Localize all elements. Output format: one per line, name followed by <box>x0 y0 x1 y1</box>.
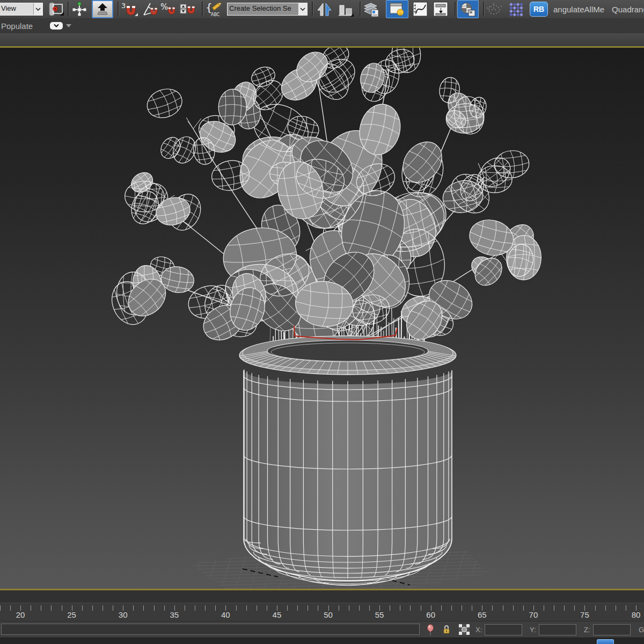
x-coordinate-field[interactable] <box>485 624 522 635</box>
isolate-balloon-icon <box>426 624 435 636</box>
schematic-view-button[interactable] <box>432 1 450 18</box>
y-coordinate-label: Y: <box>530 626 536 634</box>
rb-script-button[interactable]: RB <box>530 2 548 17</box>
timeline-number: 50 <box>324 610 333 619</box>
render-setup-teapot-icon <box>486 1 504 17</box>
wireframe-plant-render <box>0 48 644 589</box>
svg-text:%: % <box>160 2 168 12</box>
schematic-view-icon <box>432 1 450 18</box>
edit-named-selection-sets-button[interactable]: { ABC <box>204 1 223 18</box>
timeline-number: 80 <box>632 610 641 619</box>
ribbon-options-arrow[interactable] <box>66 24 71 27</box>
keyboard-override-toggle[interactable] <box>92 0 113 18</box>
timeline-number: 20 <box>16 610 25 619</box>
timeline-number: 65 <box>478 610 487 619</box>
timeline-number: 30 <box>119 610 128 619</box>
ribbon-collapsed-band <box>0 33 644 46</box>
coordinate-dropdown-value: View <box>0 3 33 15</box>
timeline-number: 60 <box>426 610 435 619</box>
timeline-number: 55 <box>375 610 384 619</box>
timeline-number: 40 <box>221 610 230 619</box>
use-pivot-center-button[interactable] <box>47 1 65 18</box>
render-setup-button[interactable] <box>486 1 504 18</box>
angle-snap-icon <box>141 1 159 17</box>
lock-icon <box>442 624 451 635</box>
x-coordinate-label: X: <box>475 626 482 634</box>
chevron-down-icon <box>53 24 60 28</box>
align-icon <box>338 1 355 17</box>
selection-lock-toggle[interactable] <box>442 624 451 635</box>
rendered-frame-diamond-grid-icon <box>508 1 525 17</box>
angle-snap-toggle-button[interactable] <box>141 1 159 18</box>
layer-manager-button[interactable] <box>362 1 380 18</box>
named-selection-sets-dropdown[interactable]: Create Selection Se <box>227 3 308 16</box>
grid-setting-label: G <box>639 626 644 634</box>
script-button-quadrangulate-all[interactable]: angulateAllMe <box>553 5 604 14</box>
percent-snap-toggle-button[interactable]: % <box>160 1 178 18</box>
timeline-ruler[interactable]: 20253035404550556065707580 <box>0 603 644 621</box>
svg-text:3: 3 <box>121 2 126 10</box>
named-sets-brace-pencil-icon: { ABC <box>204 1 223 18</box>
manipulate-crosshair-icon <box>71 1 88 18</box>
curve-editor-icon <box>412 1 430 18</box>
mirror-icon <box>316 1 333 17</box>
use-center-icon <box>48 1 65 17</box>
timeline-number: 70 <box>529 610 538 619</box>
chevron-down-icon <box>298 3 307 15</box>
selection-set-value: Create Selection Se <box>228 3 298 15</box>
material-editor-button[interactable] <box>457 0 479 18</box>
rendered-frame-window-button[interactable] <box>507 1 525 18</box>
ribbon-tab-row: Populate <box>0 18 644 34</box>
absolute-transform-icon <box>458 624 470 635</box>
viewport-nav-button-partial[interactable] <box>597 639 614 644</box>
snap-3d-magnet-icon: 3 <box>120 1 138 17</box>
rb-label: RB <box>533 5 544 13</box>
status-bar: X: Y: Z: G <box>0 621 644 638</box>
z-coordinate-label: Z: <box>584 626 590 634</box>
viewport-canvas[interactable] <box>0 48 644 589</box>
z-coordinate-field[interactable] <box>593 624 631 635</box>
timeline-number: 25 <box>67 610 76 619</box>
snaps-toggle-3d-button[interactable]: 3 <box>120 1 138 18</box>
ribbon-minimize-button[interactable] <box>50 22 63 30</box>
prompt-line-field[interactable] <box>1 624 420 635</box>
up-arrow-key-icon <box>94 2 111 16</box>
mirror-button[interactable] <box>316 1 334 18</box>
timeline-number: 45 <box>273 610 282 619</box>
timeline-number: 75 <box>580 610 589 619</box>
reference-coordinate-dropdown[interactable]: View <box>0 3 43 16</box>
align-button[interactable] <box>337 1 355 18</box>
select-and-manipulate-button[interactable] <box>70 1 89 18</box>
window-lightbulb-icon <box>389 1 406 17</box>
spinner-snap-toggle-button[interactable] <box>179 1 197 18</box>
scene-explorer-toggle[interactable] <box>386 0 408 18</box>
material-sphere-icon <box>459 1 477 17</box>
layers-icon <box>362 1 380 18</box>
timeline-number: 35 <box>170 610 179 619</box>
isolate-selection-toggle[interactable] <box>426 624 435 636</box>
curve-editor-button[interactable] <box>412 1 430 18</box>
svg-text:ABC: ABC <box>211 12 220 17</box>
spinner-snap-icon <box>179 1 197 17</box>
viewport-nav-row-partial <box>0 638 644 644</box>
ribbon-tab-populate[interactable]: Populate <box>1 21 33 31</box>
main-toolbar: View <box>0 0 644 19</box>
absolute-mode-transform-toggle[interactable] <box>458 624 470 635</box>
3ds-max-window: View <box>0 0 644 644</box>
track-bar-upper <box>0 590 644 603</box>
script-button-quadrangulate[interactable]: Quadrangulate <box>612 5 644 14</box>
y-coordinate-field[interactable] <box>539 624 576 635</box>
chevron-down-icon <box>33 3 42 15</box>
percent-snap-icon: % <box>160 1 178 17</box>
